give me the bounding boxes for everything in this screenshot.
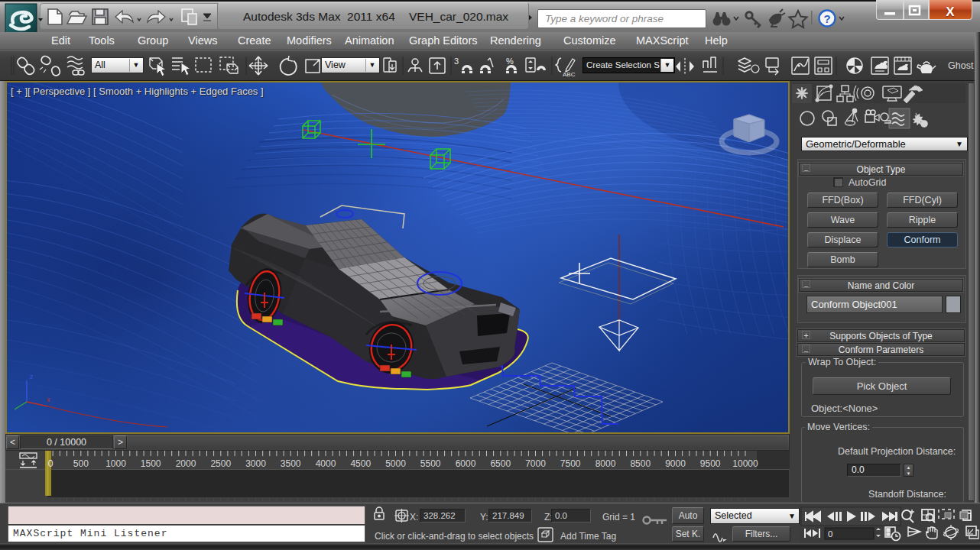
svg-text:3: 3 [454,57,459,66]
svg-text:ABC: ABC [563,71,576,78]
svg-text:5000: 5000 [385,458,406,469]
svg-text:?: ? [823,12,830,25]
svg-text:x: x [47,396,50,403]
svg-text:z: z [30,373,34,380]
svg-text:8000: 8000 [595,458,616,469]
svg-text:0: 0 [48,458,54,469]
svg-text:5500: 5500 [420,458,441,469]
svg-text:6500: 6500 [490,458,511,469]
svg-text:4500: 4500 [350,458,371,469]
svg-text:7500: 7500 [560,458,581,469]
svg-text:7000: 7000 [525,458,546,469]
svg-text:%: % [506,57,514,66]
svg-text:9000: 9000 [665,458,686,469]
svg-text:3500: 3500 [281,458,301,469]
svg-text:500: 500 [73,458,89,469]
svg-text:1000: 1000 [105,458,126,469]
svg-text:9500: 9500 [700,458,721,469]
svg-text:6000: 6000 [456,458,476,469]
svg-text:0: 0 [828,529,832,539]
svg-text:3000: 3000 [245,458,266,469]
svg-text:1500: 1500 [141,458,161,469]
svg-text:10000: 10000 [732,458,758,469]
svg-text:X: X [946,5,955,19]
svg-text:8500: 8500 [630,458,651,469]
svg-text:Ghost: Ghost [948,60,974,71]
svg-text:4000: 4000 [316,458,336,469]
svg-text:2500: 2500 [210,458,231,469]
svg-text:2000: 2000 [176,458,196,469]
